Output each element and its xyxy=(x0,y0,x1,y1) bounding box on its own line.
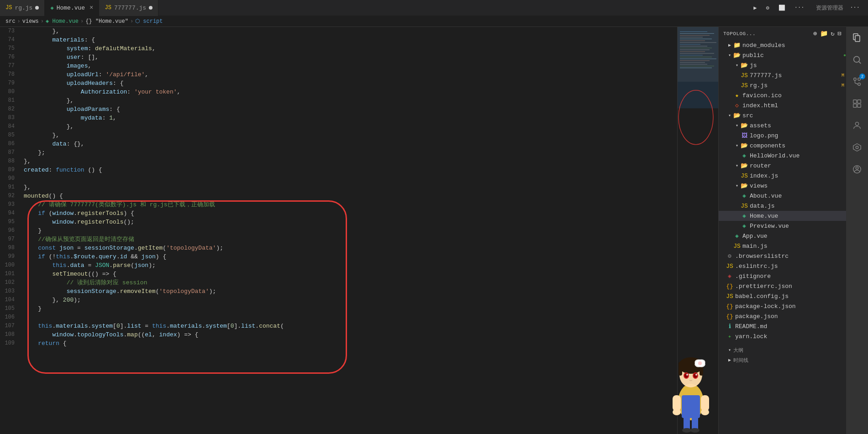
explorer-icon-button[interactable] xyxy=(850,31,864,45)
assets-label: assets xyxy=(750,122,846,129)
tree-item-prettierrc[interactable]: {} .prettierrc.json xyxy=(719,281,846,291)
tree-item-rg-js[interactable]: JS rg.js M xyxy=(719,80,846,90)
tree-item-about[interactable]: ◈ About.vue xyxy=(719,191,846,201)
tree-item-src[interactable]: ▾ 📂 src xyxy=(719,110,846,120)
file-tree: ▶ 📁 node_modules ▾ 📂 public ● ▾ 📂 xyxy=(719,40,846,434)
svg-rect-48 xyxy=(855,36,860,42)
js-icon: JS xyxy=(726,263,733,270)
tree-item-readme[interactable]: ℹ README.md xyxy=(719,321,846,331)
tree-item-js-folder[interactable]: ▾ 📂 js xyxy=(719,60,846,70)
code-line-74: 74 materials: { xyxy=(0,36,677,44)
account-icon-button[interactable] xyxy=(850,162,864,177)
tree-item-777777[interactable]: JS 777777.js M xyxy=(719,70,846,80)
remote-icon-button[interactable] xyxy=(850,140,864,155)
tree-item-router[interactable]: ▾ 📂 router xyxy=(719,161,846,171)
timeline-section[interactable]: ▶ 时间线 xyxy=(719,355,846,365)
vue-icon: ◈ xyxy=(50,5,53,11)
vue-icon: ◈ xyxy=(741,212,748,220)
vue-icon: ◈ xyxy=(733,232,741,240)
breadcrumb-script[interactable]: ⬡ script xyxy=(135,18,163,25)
source-control-icon-button[interactable]: 2 xyxy=(850,74,864,89)
tab-777777-js[interactable]: JS 777777.js xyxy=(99,0,158,16)
new-folder-button[interactable]: 📁 xyxy=(820,30,828,37)
tree-item-assets[interactable]: ▾ 📂 assets xyxy=(719,120,846,131)
js-folder-label: js xyxy=(750,62,846,69)
tab-close-button[interactable]: × xyxy=(89,4,93,11)
git-badge: 2 xyxy=(859,73,865,79)
layout-button[interactable]: ⬜ xyxy=(776,4,788,12)
breadcrumb: src › views › ◈ Home.vue › {} "Home.vue"… xyxy=(0,16,868,27)
tab-home-vue[interactable]: ◈ Home.vue × xyxy=(45,0,99,16)
code-line-80: 80 Authorization: 'your token', xyxy=(0,88,677,96)
refresh-button[interactable]: ↻ xyxy=(831,30,835,37)
code-line-96: 96 } xyxy=(0,226,677,235)
tree-item-preview[interactable]: ◈ Preview.vue xyxy=(719,221,846,231)
code-line-97: 97 //确保从预览页面返回是时清空存储 xyxy=(0,235,677,244)
extensions-svg xyxy=(852,99,862,109)
code-line-84: 84 }, xyxy=(0,122,677,131)
tree-item-home-vue[interactable]: ◈ Home.vue xyxy=(719,211,846,221)
code-container[interactable]: 73 }, 74 materials: { 75 system: defalut… xyxy=(0,27,677,434)
search-icon-button[interactable] xyxy=(850,52,864,67)
breadcrumb-home-vue[interactable]: ◈ Home.vue xyxy=(46,18,79,25)
code-line-92: 92mounted() { xyxy=(0,192,677,200)
js-icon: JS xyxy=(105,5,111,11)
tree-item-index-html[interactable]: ◇ index.html xyxy=(719,100,846,110)
node-modules-label: node_modules xyxy=(742,42,846,49)
components-label: components xyxy=(750,142,846,149)
favicon-icon: ★ xyxy=(733,92,741,99)
tree-item-data-js[interactable]: JS data.js xyxy=(719,201,846,211)
js-icon: JS xyxy=(741,203,748,209)
home-vue-label: Home.vue xyxy=(750,213,846,220)
timeline-label: 时间线 xyxy=(733,357,846,364)
tree-item-components[interactable]: ▾ 📂 components xyxy=(719,141,846,151)
minimap[interactable] xyxy=(677,27,718,434)
outline-section[interactable]: ▾ 大纲 xyxy=(719,345,846,355)
sidebar-title: TOPOLOG... xyxy=(723,31,756,37)
tree-item-yarn-lock[interactable]: ✦ yarn.lock xyxy=(719,331,846,341)
tree-item-views[interactable]: ▾ 📂 views xyxy=(719,181,846,191)
unknown-icon-button[interactable] xyxy=(850,118,864,133)
tree-item-package-lock[interactable]: {} package-lock.json xyxy=(719,301,846,311)
tree-item-public[interactable]: ▾ 📂 public ● xyxy=(719,50,846,60)
run-button[interactable]: ▶ xyxy=(751,4,759,12)
new-file-button[interactable]: ⊕ xyxy=(813,30,817,37)
tree-item-gitignore[interactable]: ◈ .gitignore xyxy=(719,271,846,281)
yarn-lock-label: yarn.lock xyxy=(735,333,846,340)
debug-button[interactable]: ⚙ xyxy=(763,4,772,12)
tree-item-router-index[interactable]: JS index.js xyxy=(719,171,846,181)
png-icon: 🖼 xyxy=(741,132,748,139)
tree-item-logo[interactable]: 🖼 logo.png xyxy=(719,131,846,141)
rg-js-label: rg.js xyxy=(750,82,840,89)
vue-icon: ◈ xyxy=(741,192,748,199)
tree-item-babel[interactable]: JS babel.config.js xyxy=(719,291,846,301)
js-icon: JS xyxy=(741,72,748,79)
json-icon: {} xyxy=(726,313,733,320)
breadcrumb-views[interactable]: views xyxy=(22,18,39,25)
explorer-more-button[interactable]: ··· xyxy=(847,4,863,12)
folder-icon: 📂 xyxy=(741,62,748,69)
tree-item-helloworld[interactable]: ◈ HelloWorld.vue xyxy=(719,151,846,161)
folder-icon: 📂 xyxy=(733,112,741,119)
extensions-icon-button[interactable] xyxy=(850,96,864,111)
svg-rect-59 xyxy=(857,104,861,107)
tree-item-node-modules[interactable]: ▶ 📁 node_modules xyxy=(719,40,846,50)
tree-item-app-vue[interactable]: ◈ App.vue xyxy=(719,231,846,241)
gitignore-label: .gitignore xyxy=(735,273,846,280)
tab-rg-js[interactable]: JS rg.js xyxy=(0,0,45,16)
tree-item-browserslistrc[interactable]: ⚙ .browserslistrc xyxy=(719,251,846,261)
breadcrumb-obj[interactable]: {} "Home.vue" xyxy=(85,18,128,25)
minimap-slider[interactable] xyxy=(678,27,718,82)
collapse-all-button[interactable]: ⊟ xyxy=(837,30,842,37)
js-icon: JS xyxy=(733,243,741,250)
code-line-99: 99 if (!this.$route.query.id && json) { xyxy=(0,252,677,261)
tree-item-main-js[interactable]: JS main.js xyxy=(719,241,846,251)
git-icon: ◈ xyxy=(726,272,733,280)
more-button[interactable]: ··· xyxy=(792,4,807,12)
breadcrumb-src[interactable]: src xyxy=(5,18,16,25)
svg-point-49 xyxy=(854,57,860,63)
folder-icon: 📁 xyxy=(733,42,741,49)
tree-item-package[interactable]: {} package.json xyxy=(719,311,846,321)
tree-item-favicon[interactable]: ★ favicon.ico xyxy=(719,90,846,100)
tree-item-eslintrc[interactable]: JS .eslintrc.js xyxy=(719,261,846,271)
